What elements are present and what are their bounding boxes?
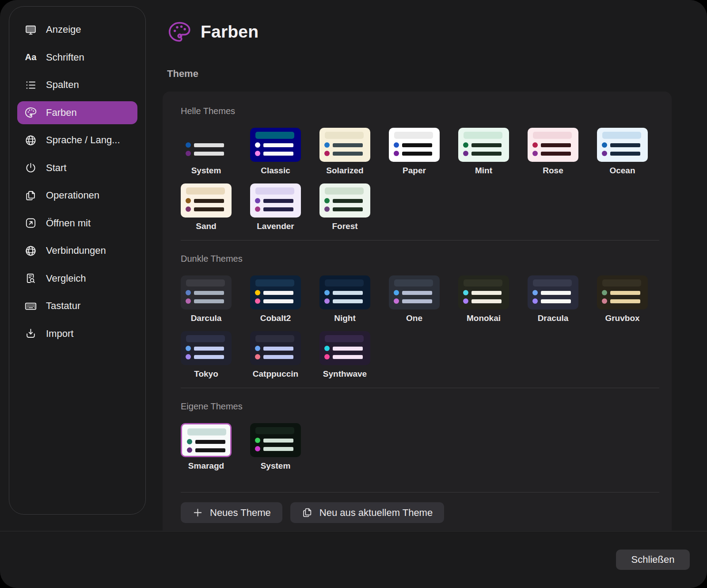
sidebar-item-operationen[interactable]: Operationen (17, 184, 137, 207)
sidebar-item-vergleich[interactable]: Vergleich (17, 267, 137, 290)
theme-line (263, 207, 293, 211)
theme-titlebar (533, 132, 572, 139)
theme-option-monokai[interactable]: Monokai (458, 275, 509, 323)
theme-titlebar (187, 428, 226, 435)
theme-name: Rose (543, 166, 563, 176)
theme-preview (597, 275, 648, 309)
theme-row (394, 290, 432, 295)
theme-dot (602, 290, 607, 295)
theme-row (186, 151, 224, 156)
theme-line (195, 448, 225, 452)
sidebar-item-tastatur[interactable]: Tastatur (17, 294, 137, 317)
sidebar-item-farben[interactable]: Farben (17, 101, 137, 124)
theme-row (186, 298, 224, 304)
theme-row (324, 354, 363, 359)
theme-line (194, 355, 224, 359)
theme-option-system[interactable]: System (181, 128, 232, 176)
theme-option-catppuccin[interactable]: Catppuccin (250, 331, 301, 379)
theme-line (333, 143, 363, 147)
theme-option-forest[interactable]: Forest (319, 183, 370, 231)
theme-option-paper[interactable]: Paper (389, 128, 440, 176)
theme-row (602, 290, 640, 295)
theme-name: Smaragd (188, 461, 224, 471)
theme-option-mint[interactable]: Mint (458, 128, 509, 176)
svg-text:Aa: Aa (25, 52, 37, 62)
new-from-current-theme-button[interactable]: Neu aus aktuellem Theme (290, 502, 444, 523)
plus-icon (192, 507, 203, 518)
theme-option-lavender[interactable]: Lavender (250, 183, 301, 231)
theme-row (186, 198, 224, 203)
theme-name: Paper (403, 166, 426, 176)
copy-icon (302, 507, 313, 518)
sidebar: AnzeigeAaSchriftenSpaltenFarbenSprache /… (9, 6, 146, 515)
theme-option-darcula[interactable]: Darcula (181, 275, 232, 323)
sidebar-item-sprache-lang[interactable]: Sprache / Lang... (17, 129, 137, 152)
theme-dot (394, 151, 399, 156)
sidebar-item-spalten[interactable]: Spalten (17, 73, 137, 96)
theme-option-synthwave[interactable]: Synthwave (319, 331, 370, 379)
theme-option-one[interactable]: One (389, 275, 440, 323)
theme-row (463, 142, 502, 148)
theme-line (263, 291, 293, 295)
theme-option-cobalt2[interactable]: Cobalt2 (250, 275, 301, 323)
theme-dot (186, 151, 191, 156)
theme-name: System (191, 166, 221, 176)
theme-option-tokyo[interactable]: Tokyo (181, 331, 232, 379)
theme-option-solarized[interactable]: Solarized (319, 128, 370, 176)
theme-preview (458, 275, 509, 309)
sidebar-item-label: Öffnen mit (46, 218, 91, 229)
new-theme-button[interactable]: Neues Theme (181, 502, 282, 523)
theme-line (263, 447, 293, 451)
theme-preview (181, 331, 232, 365)
theme-titlebar (255, 187, 294, 195)
theme-dot (186, 290, 191, 295)
theme-line (541, 143, 571, 147)
theme-row (602, 142, 640, 148)
theme-row (463, 290, 502, 295)
theme-dot (255, 298, 260, 304)
theme-row (255, 346, 293, 351)
theme-dot (255, 290, 260, 295)
theme-option-smaragd[interactable]: Smaragd (181, 423, 232, 471)
theme-option-ocean[interactable]: Ocean (597, 128, 648, 176)
group-label-dunkle-themes: Dunkle Themes (181, 254, 659, 264)
theme-row (532, 290, 571, 295)
sidebar-item-anzeige[interactable]: Anzeige (17, 18, 137, 41)
theme-row (324, 142, 363, 148)
close-button[interactable]: Schließen (616, 550, 690, 570)
theme-dot (324, 206, 330, 212)
settings-window: AnzeigeAaSchriftenSpaltenFarbenSprache /… (0, 0, 707, 588)
theme-row (532, 151, 571, 156)
theme-name: Classic (261, 166, 290, 176)
theme-option-gruvbox[interactable]: Gruvbox (597, 275, 648, 323)
theme-row (187, 439, 225, 444)
theme-row (255, 151, 293, 156)
theme-name: Mint (475, 166, 492, 176)
theme-option-system[interactable]: System (250, 423, 301, 471)
theme-option-sand[interactable]: Sand (181, 183, 232, 231)
sidebar-item-schriften[interactable]: AaSchriften (17, 46, 137, 69)
theme-preview (250, 275, 301, 309)
sidebar-item-ffnen-mit[interactable]: Öffnen mit (17, 212, 137, 235)
theme-name: Gruvbox (605, 313, 639, 323)
theme-dot (324, 151, 330, 156)
theme-line (541, 152, 571, 156)
divider (181, 388, 659, 388)
theme-row (394, 298, 432, 304)
theme-line (263, 347, 293, 351)
theme-preview (250, 423, 301, 457)
sidebar-item-start[interactable]: Start (17, 157, 137, 179)
sidebar-item-label: Farben (46, 107, 77, 118)
theme-line (610, 152, 640, 156)
theme-row (532, 142, 571, 148)
sidebar-item-import[interactable]: Import (17, 322, 137, 345)
theme-option-classic[interactable]: Classic (250, 128, 301, 176)
theme-line (333, 355, 363, 359)
theme-name: Ocean (609, 166, 635, 176)
theme-option-dracula[interactable]: Dracula (528, 275, 578, 323)
theme-option-rose[interactable]: Rose (528, 128, 578, 176)
sidebar-item-label: Anzeige (46, 24, 81, 35)
sidebar-item-verbindungen[interactable]: Verbindungen (17, 239, 137, 262)
theme-option-night[interactable]: Night (319, 275, 370, 323)
theme-titlebar (464, 279, 502, 286)
